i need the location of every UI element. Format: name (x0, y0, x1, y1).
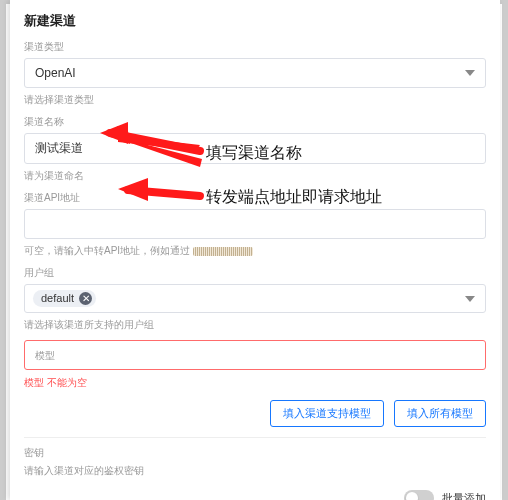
chevron-down-icon (465, 296, 475, 302)
panel-title: 新建渠道 (24, 12, 486, 30)
api-input[interactable] (35, 217, 475, 231)
model-error: 模型 不能为空 (24, 376, 486, 390)
api-input-wrapper (24, 209, 486, 239)
batch-add-label: 批量添加 (442, 491, 486, 500)
model-label: 模型 (35, 349, 475, 363)
secret-helper: 请输入渠道对应的鉴权密钥 (24, 464, 486, 478)
masked-text (193, 247, 253, 256)
group-helper: 请选择该渠道所支持的用户组 (24, 318, 486, 332)
api-label: 渠道API地址 (24, 191, 486, 205)
name-input-wrapper (24, 133, 486, 163)
group-label: 用户组 (24, 266, 486, 280)
chevron-down-icon (465, 70, 475, 76)
type-select[interactable]: OpenAI (24, 58, 486, 88)
type-label: 渠道类型 (24, 40, 486, 54)
divider (24, 437, 486, 438)
api-helper: 可空，请输入中转API地址，例如通过 (24, 244, 486, 258)
fill-supported-button[interactable]: 填入渠道支持模型 (270, 400, 384, 427)
model-field[interactable]: 模型 (24, 340, 486, 370)
group-select[interactable]: default ✕ (24, 284, 486, 313)
group-chip: default ✕ (33, 290, 96, 307)
type-helper: 请选择渠道类型 (24, 93, 486, 107)
name-label: 渠道名称 (24, 115, 486, 129)
create-channel-panel: 新建渠道 渠道类型 OpenAI 请选择渠道类型 渠道名称 请为渠道命名 渠道A… (10, 0, 500, 500)
group-chip-label: default (41, 292, 74, 305)
secret-label: 密钥 (24, 446, 486, 460)
remove-chip-icon[interactable]: ✕ (79, 292, 92, 305)
fill-all-button[interactable]: 填入所有模型 (394, 400, 486, 427)
name-helper: 请为渠道命名 (24, 169, 486, 183)
type-select-value: OpenAI (35, 66, 76, 80)
batch-add-toggle[interactable] (404, 490, 434, 500)
name-input[interactable] (35, 141, 475, 155)
